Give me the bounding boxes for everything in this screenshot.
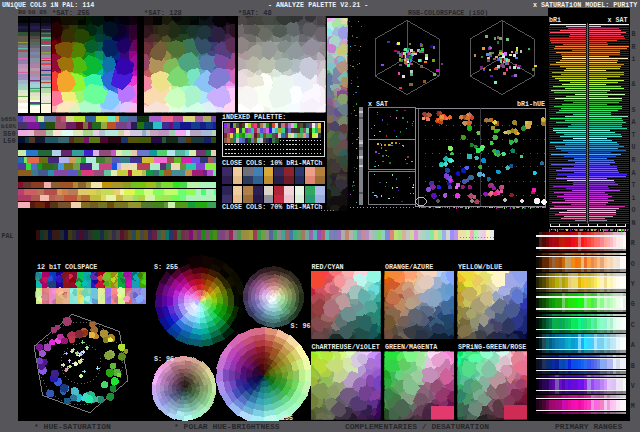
svg-text:L50: L50 <box>3 137 16 145</box>
svg-text:&: & <box>632 80 636 88</box>
svg-text:85: 85 <box>39 9 47 16</box>
svg-text:RGB-COLORSPACE (iSO): RGB-COLORSPACE (iSO) <box>408 9 488 17</box>
svg-text:*SAT: 48: *SAT: 48 <box>238 9 272 17</box>
svg-text:B: B <box>631 362 635 370</box>
svg-text:x SAT: x SAT <box>608 16 628 24</box>
svg-text:RED/CYAN: RED/CYAN <box>312 263 344 271</box>
svg-text:* POLAR HUE-BRIGHTNESS: * POLAR HUE-BRIGHTNESS <box>174 422 280 431</box>
svg-text:UNiQUE COLS iN PAL: 114: UNiQUE COLS iN PAL: 114 <box>2 1 94 9</box>
svg-text:S: 255: S: 255 <box>154 263 178 271</box>
svg-text:i: i <box>632 55 636 63</box>
svg-text:*SAT: 128: *SAT: 128 <box>144 9 182 17</box>
svg-text:GREEN/MAGENTA: GREEN/MAGENTA <box>385 343 438 351</box>
svg-text:b10%: b10% <box>1 123 16 130</box>
svg-text:O: O <box>631 260 635 268</box>
svg-text:PRIMARY RANGES: PRIMARY RANGES <box>555 422 622 431</box>
svg-text:bRi-hUE: bRi-hUE <box>517 100 545 108</box>
svg-text:CLOSE COLS: 70% bRi-MATCh: CLOSE COLS: 70% bRi-MATCh <box>222 203 322 211</box>
svg-text:T: T <box>632 131 636 139</box>
svg-text:U: U <box>632 143 636 151</box>
svg-text:iNDEXED PALETTE:: iNDEXED PALETTE: <box>222 113 286 121</box>
svg-text:COMPLEMENTARIES / DESATURATION: COMPLEMENTARIES / DESATURATION <box>345 422 489 431</box>
svg-text:SPRiNG-GREEN/ROSE: SPRiNG-GREEN/ROSE <box>458 343 526 351</box>
svg-text:O: O <box>632 206 636 214</box>
svg-text:bRi: bRi <box>549 16 561 24</box>
svg-text:12 biT COLSPACE: 12 biT COLSPACE <box>37 263 97 271</box>
svg-text:- ANALYZE PALETTE V2.21 -: - ANALYZE PALETTE V2.21 - <box>268 1 368 9</box>
svg-text:B: B <box>632 30 636 38</box>
svg-text:R: R <box>632 43 636 51</box>
svg-text:R0: R0 <box>18 9 26 16</box>
svg-text:* HUE-SATURATION: * HUE-SATURATION <box>34 422 111 431</box>
svg-text:N: N <box>632 219 636 227</box>
svg-text:R: R <box>631 239 635 247</box>
svg-text:ORANGE/AZURE: ORANGE/AZURE <box>385 263 433 271</box>
svg-text:G: G <box>631 300 635 308</box>
svg-text:Y: Y <box>631 280 635 288</box>
svg-text:S: 96: S: 96 <box>291 322 311 330</box>
svg-text:S: S <box>632 106 636 114</box>
svg-text:50: 50 <box>28 9 36 16</box>
svg-text:b65%: b65% <box>1 116 16 123</box>
svg-text:M: M <box>631 402 635 410</box>
svg-text:YELLOW/bLUE: YELLOW/bLUE <box>458 263 502 271</box>
svg-text:*SAT: 255: *SAT: 255 <box>52 9 90 17</box>
svg-text:T: T <box>632 181 636 189</box>
svg-text:x SATURATiON MODEL: PURiTY: x SATURATiON MODEL: PURiTY <box>533 1 637 9</box>
svg-text:V: V <box>631 382 635 390</box>
svg-text:x SAT: x SAT <box>368 100 388 108</box>
svg-text:ChARTREUSE/ViOLET: ChARTREUSE/ViOLET <box>312 343 380 351</box>
svg-text:CLOSE COLS: 10% bRi-MATCh: CLOSE COLS: 10% bRi-MATCh <box>222 159 322 167</box>
svg-text:PAL: PAL <box>2 232 14 240</box>
svg-text:i: i <box>632 194 636 202</box>
svg-text:S: 255: S: 255 <box>269 414 293 422</box>
svg-text:S: 96: S: 96 <box>154 355 174 363</box>
svg-text:R: R <box>632 156 636 164</box>
svg-text:C: C <box>631 321 635 329</box>
